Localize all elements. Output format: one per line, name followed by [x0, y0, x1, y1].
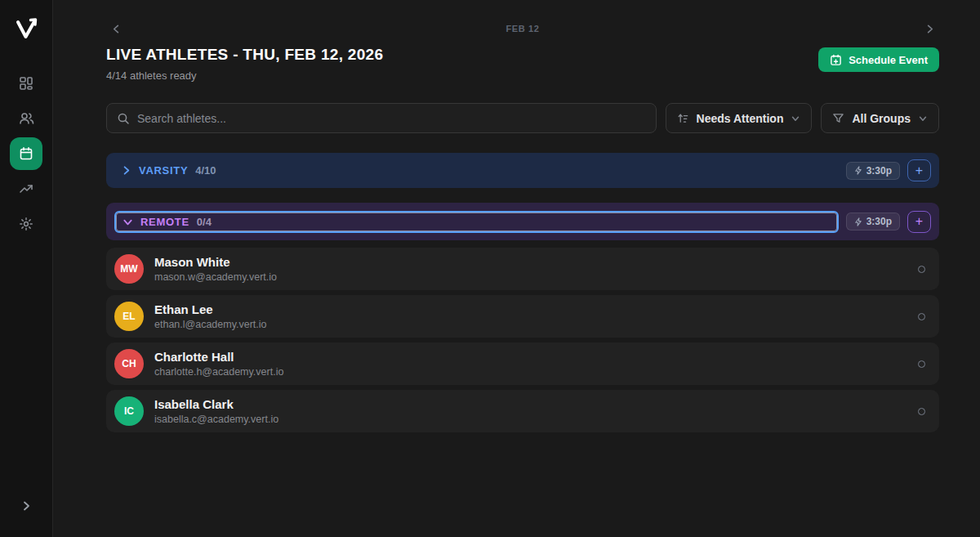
athlete-name: Mason White	[154, 255, 907, 269]
athlete-email: isabella.c@academy.vert.io	[154, 414, 907, 425]
sidebar-item-schedule[interactable]	[10, 137, 42, 170]
sort-ascending-icon	[677, 112, 689, 124]
chevron-left-icon	[111, 24, 122, 34]
group-row-varsity: VARSITY 4/10 3:30p +	[106, 153, 939, 188]
search-box	[106, 103, 657, 133]
avatar: IC	[114, 396, 144, 426]
sidebar-nav	[10, 67, 42, 240]
users-icon	[19, 111, 34, 126]
group-time-label: 3:30p	[866, 216, 892, 227]
sidebar-item-settings[interactable]	[10, 208, 42, 240]
athlete-row-isabella-clark[interactable]: IC Isabella Clark isabella.c@academy.ver…	[106, 390, 939, 432]
group-name: REMOTE	[140, 216, 189, 228]
status-circle-icon	[918, 266, 925, 273]
next-day-button[interactable]	[920, 19, 939, 38]
group-toggle-remote[interactable]: REMOTE 0/4	[114, 211, 839, 233]
main-content: FEB 12 LIVE ATHLETES - THU, FEB 12, 2026…	[53, 0, 980, 537]
sidebar-item-athletes[interactable]	[10, 102, 42, 135]
athlete-name: Charlotte Hall	[154, 350, 907, 364]
sidebar-expand-button[interactable]	[13, 493, 39, 519]
athletes-ready-count: 4/14 athletes ready	[106, 69, 383, 82]
athlete-email: charlotte.h@academy.vert.io	[154, 366, 907, 378]
athlete-list: MW Mason White mason.w@academy.vert.io E…	[106, 248, 939, 432]
search-input[interactable]	[137, 112, 646, 125]
group-row-remote: REMOTE 0/4 3:30p +	[106, 203, 939, 240]
group-time-label: 3:30p	[866, 165, 892, 177]
athlete-email: mason.w@academy.vert.io	[154, 271, 907, 283]
grid-icon	[19, 76, 33, 91]
athlete-row-mason-white[interactable]: MW Mason White mason.w@academy.vert.io	[106, 248, 939, 290]
sidebar	[0, 0, 53, 537]
schedule-event-button[interactable]: Schedule Event	[818, 47, 939, 72]
gear-icon	[19, 217, 33, 231]
group-toggle-varsity[interactable]: VARSITY 4/10	[114, 159, 839, 181]
chevron-right-icon	[121, 165, 131, 176]
filter-toolbar: Needs Attention All Groups	[106, 103, 939, 133]
group-filter-dropdown[interactable]: All Groups	[821, 103, 939, 133]
chevron-down-icon	[791, 114, 800, 123]
zap-icon	[854, 166, 862, 175]
chevron-down-icon	[918, 114, 928, 123]
sidebar-item-performance[interactable]	[10, 172, 42, 205]
avatar: EL	[114, 302, 144, 331]
sort-dropdown[interactable]: Needs Attention	[666, 103, 813, 133]
group-filter-value: All Groups	[852, 112, 911, 125]
chevron-right-icon	[20, 500, 32, 512]
add-athlete-button-varsity[interactable]: +	[907, 159, 931, 181]
sidebar-item-dashboard[interactable]	[10, 67, 42, 100]
page-title: LIVE ATHLETES - THU, FEB 12, 2026	[106, 46, 383, 64]
trending-up-icon	[19, 181, 33, 196]
athlete-row-ethan-lee[interactable]: EL Ethan Lee ethan.l@academy.vert.io	[106, 295, 939, 338]
calendar-plus-icon	[830, 54, 842, 66]
date-navigation: FEB 12	[106, 18, 939, 39]
avatar: CH	[114, 349, 144, 378]
chevron-right-icon	[924, 24, 935, 34]
add-athlete-button-remote[interactable]: +	[907, 211, 931, 233]
group-name: VARSITY	[139, 164, 188, 177]
status-circle-icon	[918, 313, 925, 320]
sort-dropdown-value: Needs Attention	[697, 112, 784, 125]
group-time-badge: 3:30p	[846, 162, 900, 180]
avatar: MW	[114, 254, 144, 284]
athlete-row-charlotte-hall[interactable]: CH Charlotte Hall charlotte.h@academy.ve…	[106, 342, 939, 385]
status-circle-icon	[918, 360, 925, 368]
athlete-email: ethan.l@academy.vert.io	[154, 319, 907, 330]
page-header: LIVE ATHLETES - THU, FEB 12, 2026 4/14 a…	[106, 46, 939, 82]
group-count: 0/4	[197, 216, 212, 228]
search-icon	[117, 112, 130, 125]
previous-day-button[interactable]	[106, 19, 126, 38]
athlete-name: Ethan Lee	[154, 302, 907, 316]
calendar-icon	[19, 146, 33, 161]
zap-icon	[854, 217, 862, 226]
group-count: 4/10	[195, 164, 216, 177]
current-date-label: FEB 12	[506, 24, 540, 34]
chevron-down-icon	[122, 217, 133, 227]
filter-funnel-icon	[832, 112, 844, 124]
status-circle-icon	[918, 408, 925, 415]
group-time-badge: 3:30p	[846, 213, 900, 230]
schedule-event-label: Schedule Event	[849, 54, 928, 66]
athlete-name: Isabella Clark	[154, 397, 907, 411]
v-arrow-logo-icon	[12, 15, 40, 43]
app-logo	[12, 8, 40, 49]
